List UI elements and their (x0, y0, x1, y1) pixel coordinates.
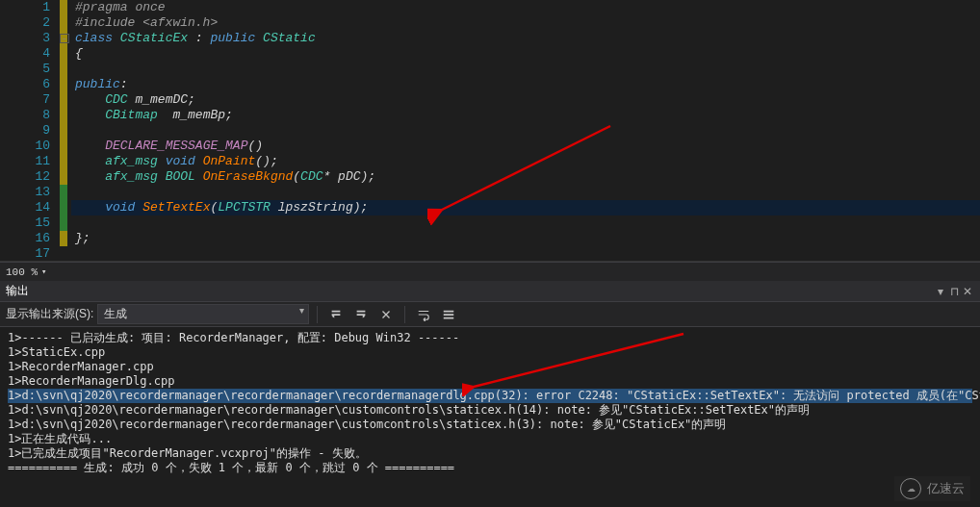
output-line[interactable]: 1>已完成生成项目"RecorderManager.vcxproj"的操作 - … (8, 446, 972, 461)
output-line[interactable]: 1>RecorderManagerDlg.cpp (8, 374, 972, 389)
line-number: 15 (0, 215, 50, 231)
code-line[interactable]: #include <afxwin.h> (71, 15, 980, 31)
code-line[interactable]: CDC m_memDC; (71, 92, 980, 108)
change-marker (60, 200, 67, 215)
fold-toggle-icon[interactable]: − (60, 34, 69, 43)
change-marker (60, 169, 67, 185)
toolbar-separator (317, 306, 318, 323)
output-body[interactable]: 1>------ 已启动生成: 项目: RecorderManager, 配置:… (0, 327, 980, 507)
code-line[interactable] (71, 123, 980, 139)
line-number: 2 (0, 15, 50, 31)
code-line[interactable]: public: (71, 77, 980, 92)
line-number: 1 (0, 0, 50, 15)
code-line[interactable]: void SetTextEx(LPCTSTR lpszString); (71, 200, 980, 215)
clear-icon[interactable] (375, 305, 397, 324)
dropdown-icon[interactable]: ▾ (934, 285, 947, 298)
line-number: 17 (0, 246, 50, 262)
code-line[interactable]: CBitmap m_memBp; (71, 108, 980, 123)
output-panel-header: 输出 ▾ ⊓ ✕ (0, 281, 980, 302)
change-marker (60, 154, 67, 169)
word-wrap-icon[interactable] (413, 305, 434, 324)
code-line[interactable]: afx_msg void OnPaint(); (71, 154, 980, 169)
toggle-icon[interactable] (438, 305, 459, 324)
line-number: 3 (0, 31, 50, 46)
line-number: 10 (0, 139, 50, 154)
goto-prev-icon[interactable] (325, 305, 347, 324)
change-marker (60, 139, 67, 154)
line-number: 7 (0, 92, 50, 108)
watermark-logo-icon: ☁ (900, 478, 921, 499)
change-marker (60, 77, 67, 92)
output-title: 输出 (6, 283, 29, 299)
change-marker (60, 62, 67, 77)
change-marker (60, 108, 67, 123)
watermark: ☁ 亿速云 (894, 476, 970, 501)
change-marker (60, 15, 67, 31)
change-marker (60, 92, 67, 108)
output-toolbar: 显示输出来源(S): 生成 (0, 302, 980, 327)
output-line[interactable]: ========== 生成: 成功 0 个，失败 1 个，最新 0 个，跳过 0… (8, 461, 972, 475)
line-number: 6 (0, 77, 50, 92)
code-line[interactable]: }; (71, 231, 980, 246)
code-line[interactable]: #pragma once (71, 0, 980, 15)
code-line[interactable] (71, 62, 980, 77)
change-marker (60, 123, 67, 139)
output-line[interactable]: 1>正在生成代码... (8, 432, 972, 446)
line-number: 9 (0, 123, 50, 139)
zoom-level[interactable]: 100 % (6, 266, 38, 278)
output-source-combo[interactable]: 生成 (97, 304, 309, 324)
line-number: 14 (0, 200, 50, 215)
zoom-dropdown-icon[interactable]: ▾ (41, 266, 46, 277)
change-marker (60, 185, 67, 200)
output-line[interactable]: 1>d:\svn\qj2020\recordermanager\recorder… (8, 418, 972, 432)
code-line[interactable]: { (71, 46, 980, 62)
change-marker (60, 215, 67, 231)
code-line[interactable]: afx_msg BOOL OnEraseBkgnd(CDC* pDC); (71, 169, 980, 185)
line-number: 8 (0, 108, 50, 123)
watermark-text: 亿速云 (927, 480, 965, 497)
output-line[interactable]: 1>d:\svn\qj2020\recordermanager\recorder… (8, 389, 972, 403)
output-line[interactable]: 1>d:\svn\qj2020\recordermanager\recorder… (8, 403, 972, 418)
pin-icon[interactable]: ⊓ (947, 285, 961, 298)
line-number: 16 (0, 231, 50, 246)
code-line[interactable]: DECLARE_MESSAGE_MAP() (71, 139, 980, 154)
toolbar-separator (404, 306, 405, 323)
change-marker (60, 0, 67, 15)
output-line[interactable]: 1>RecorderManager.cpp (8, 360, 972, 374)
output-line[interactable]: 1>StaticEx.cpp (8, 345, 972, 360)
close-icon[interactable]: ✕ (961, 285, 974, 298)
line-number: 12 (0, 169, 50, 185)
code-line[interactable] (71, 185, 980, 200)
line-number: 13 (0, 185, 50, 200)
line-number-gutter: 1234567891011121314151617 (0, 0, 58, 261)
zoom-bar: 100 % ▾ (0, 262, 980, 281)
change-marker (60, 246, 67, 262)
output-source-value: 生成 (104, 307, 127, 320)
line-number: 11 (0, 154, 50, 169)
output-line[interactable]: 1>------ 已启动生成: 项目: RecorderManager, 配置:… (8, 331, 972, 345)
code-content[interactable]: #pragma once#include <afxwin.h>−class CS… (71, 0, 980, 261)
goto-next-icon[interactable] (350, 305, 372, 324)
change-marker (60, 231, 67, 246)
output-source-label: 显示输出来源(S): (6, 306, 93, 322)
change-marker (60, 46, 67, 62)
line-number: 5 (0, 62, 50, 77)
code-editor[interactable]: 1234567891011121314151617 #pragma once#i… (0, 0, 980, 262)
line-number: 4 (0, 46, 50, 62)
code-line[interactable]: class CStaticEx : public CStatic (71, 31, 980, 46)
code-line[interactable] (71, 215, 980, 231)
code-line[interactable] (71, 246, 980, 262)
